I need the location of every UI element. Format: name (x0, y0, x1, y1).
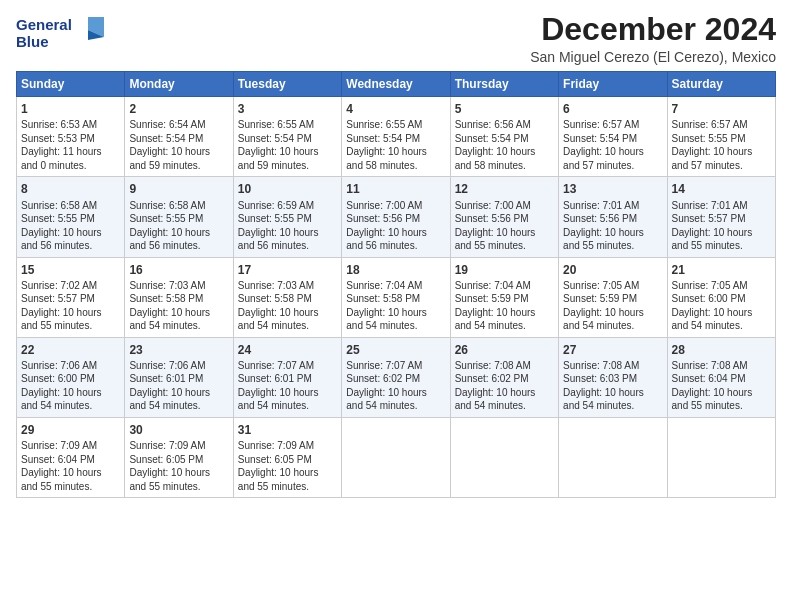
sunset: Sunset: 5:57 PM (21, 293, 95, 304)
main-title: December 2024 (530, 12, 776, 47)
day-cell (559, 417, 667, 497)
sunrise: Sunrise: 7:03 AM (129, 280, 205, 291)
sunrise: Sunrise: 7:06 AM (129, 360, 205, 371)
sunrise: Sunrise: 6:55 AM (238, 119, 314, 130)
day-cell: 20 Sunrise: 7:05 AM Sunset: 5:59 PM Dayl… (559, 257, 667, 337)
daylight: Daylight: 10 hours and 54 minutes. (455, 307, 536, 332)
daylight: Daylight: 10 hours and 54 minutes. (563, 307, 644, 332)
sunrise: Sunrise: 7:04 AM (346, 280, 422, 291)
day-cell: 31 Sunrise: 7:09 AM Sunset: 6:05 PM Dayl… (233, 417, 341, 497)
daylight: Daylight: 10 hours and 54 minutes. (129, 307, 210, 332)
day-cell: 4 Sunrise: 6:55 AM Sunset: 5:54 PM Dayli… (342, 97, 450, 177)
daylight: Daylight: 10 hours and 55 minutes. (238, 467, 319, 492)
week-row-5: 29 Sunrise: 7:09 AM Sunset: 6:04 PM Dayl… (17, 417, 776, 497)
day-cell: 6 Sunrise: 6:57 AM Sunset: 5:54 PM Dayli… (559, 97, 667, 177)
day-cell: 23 Sunrise: 7:06 AM Sunset: 6:01 PM Dayl… (125, 337, 233, 417)
day-number: 29 (21, 422, 120, 438)
sunrise: Sunrise: 7:05 AM (672, 280, 748, 291)
sunset: Sunset: 5:53 PM (21, 133, 95, 144)
sunset: Sunset: 5:54 PM (563, 133, 637, 144)
sunset: Sunset: 5:55 PM (21, 213, 95, 224)
sunrise: Sunrise: 7:08 AM (455, 360, 531, 371)
day-cell: 14 Sunrise: 7:01 AM Sunset: 5:57 PM Dayl… (667, 177, 775, 257)
day-number: 19 (455, 262, 554, 278)
daylight: Daylight: 10 hours and 55 minutes. (21, 307, 102, 332)
daylight: Daylight: 10 hours and 56 minutes. (346, 227, 427, 252)
sunrise: Sunrise: 6:57 AM (563, 119, 639, 130)
sunrise: Sunrise: 6:57 AM (672, 119, 748, 130)
daylight: Daylight: 10 hours and 54 minutes. (346, 307, 427, 332)
sunrise: Sunrise: 6:58 AM (21, 200, 97, 211)
sunset: Sunset: 6:01 PM (129, 373, 203, 384)
daylight: Daylight: 10 hours and 55 minutes. (563, 227, 644, 252)
day-cell (342, 417, 450, 497)
day-number: 14 (672, 181, 771, 197)
sunrise: Sunrise: 7:02 AM (21, 280, 97, 291)
daylight: Daylight: 10 hours and 54 minutes. (672, 307, 753, 332)
day-number: 9 (129, 181, 228, 197)
sunset: Sunset: 5:55 PM (129, 213, 203, 224)
day-number: 17 (238, 262, 337, 278)
sunset: Sunset: 5:54 PM (238, 133, 312, 144)
sunset: Sunset: 6:05 PM (238, 454, 312, 465)
sunset: Sunset: 5:57 PM (672, 213, 746, 224)
daylight: Daylight: 10 hours and 59 minutes. (129, 146, 210, 171)
sunrise: Sunrise: 6:53 AM (21, 119, 97, 130)
day-number: 1 (21, 101, 120, 117)
day-number: 4 (346, 101, 445, 117)
day-cell: 12 Sunrise: 7:00 AM Sunset: 5:56 PM Dayl… (450, 177, 558, 257)
sunset: Sunset: 6:01 PM (238, 373, 312, 384)
day-cell: 29 Sunrise: 7:09 AM Sunset: 6:04 PM Dayl… (17, 417, 125, 497)
sunset: Sunset: 5:56 PM (563, 213, 637, 224)
day-cell: 21 Sunrise: 7:05 AM Sunset: 6:00 PM Dayl… (667, 257, 775, 337)
col-header-wednesday: Wednesday (342, 72, 450, 97)
col-header-friday: Friday (559, 72, 667, 97)
week-row-3: 15 Sunrise: 7:02 AM Sunset: 5:57 PM Dayl… (17, 257, 776, 337)
sunset: Sunset: 5:58 PM (129, 293, 203, 304)
day-cell: 28 Sunrise: 7:08 AM Sunset: 6:04 PM Dayl… (667, 337, 775, 417)
day-cell (667, 417, 775, 497)
day-number: 5 (455, 101, 554, 117)
daylight: Daylight: 10 hours and 54 minutes. (238, 387, 319, 412)
sunset: Sunset: 6:04 PM (672, 373, 746, 384)
daylight: Daylight: 10 hours and 56 minutes. (129, 227, 210, 252)
day-cell: 10 Sunrise: 6:59 AM Sunset: 5:55 PM Dayl… (233, 177, 341, 257)
daylight: Daylight: 10 hours and 54 minutes. (455, 387, 536, 412)
col-header-sunday: Sunday (17, 72, 125, 97)
week-row-2: 8 Sunrise: 6:58 AM Sunset: 5:55 PM Dayli… (17, 177, 776, 257)
sunset: Sunset: 6:00 PM (672, 293, 746, 304)
day-cell: 26 Sunrise: 7:08 AM Sunset: 6:02 PM Dayl… (450, 337, 558, 417)
day-cell: 3 Sunrise: 6:55 AM Sunset: 5:54 PM Dayli… (233, 97, 341, 177)
sunrise: Sunrise: 6:56 AM (455, 119, 531, 130)
day-cell: 2 Sunrise: 6:54 AM Sunset: 5:54 PM Dayli… (125, 97, 233, 177)
sunrise: Sunrise: 7:08 AM (563, 360, 639, 371)
sunset: Sunset: 5:56 PM (346, 213, 420, 224)
day-cell: 5 Sunrise: 6:56 AM Sunset: 5:54 PM Dayli… (450, 97, 558, 177)
day-cell: 17 Sunrise: 7:03 AM Sunset: 5:58 PM Dayl… (233, 257, 341, 337)
day-number: 25 (346, 342, 445, 358)
daylight: Daylight: 10 hours and 58 minutes. (346, 146, 427, 171)
sunset: Sunset: 5:55 PM (238, 213, 312, 224)
logo: General Blue (16, 12, 106, 57)
day-number: 28 (672, 342, 771, 358)
col-header-saturday: Saturday (667, 72, 775, 97)
daylight: Daylight: 10 hours and 54 minutes. (563, 387, 644, 412)
day-number: 23 (129, 342, 228, 358)
logo-svg: General Blue (16, 12, 106, 57)
page-container: General Blue December 2024 San Miguel Ce… (0, 0, 792, 506)
day-cell: 11 Sunrise: 7:00 AM Sunset: 5:56 PM Dayl… (342, 177, 450, 257)
sunset: Sunset: 5:58 PM (238, 293, 312, 304)
sunset: Sunset: 5:56 PM (455, 213, 529, 224)
day-cell: 1 Sunrise: 6:53 AM Sunset: 5:53 PM Dayli… (17, 97, 125, 177)
svg-text:General: General (16, 16, 72, 33)
sunrise: Sunrise: 7:09 AM (21, 440, 97, 451)
sunset: Sunset: 6:02 PM (455, 373, 529, 384)
sunrise: Sunrise: 7:05 AM (563, 280, 639, 291)
day-number: 2 (129, 101, 228, 117)
day-cell: 7 Sunrise: 6:57 AM Sunset: 5:55 PM Dayli… (667, 97, 775, 177)
sunset: Sunset: 6:02 PM (346, 373, 420, 384)
day-number: 13 (563, 181, 662, 197)
day-cell (450, 417, 558, 497)
sunrise: Sunrise: 6:58 AM (129, 200, 205, 211)
daylight: Daylight: 10 hours and 59 minutes. (238, 146, 319, 171)
